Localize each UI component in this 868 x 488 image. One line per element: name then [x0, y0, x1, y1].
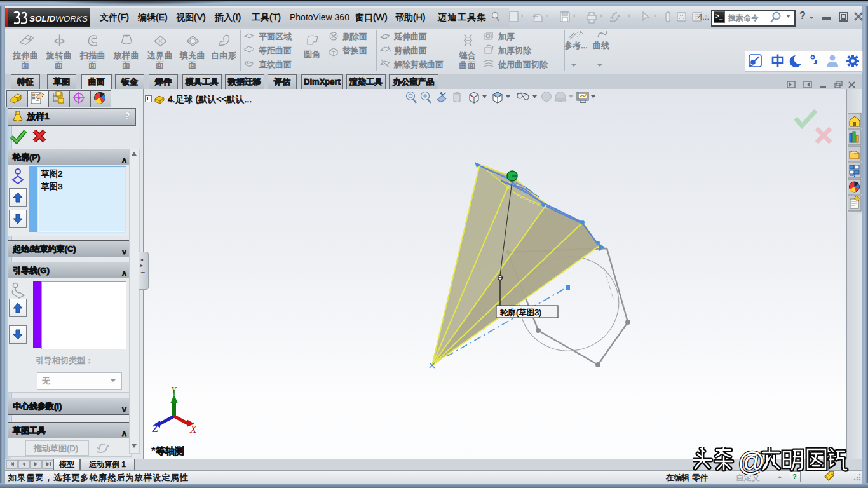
svg-text:X: X — [189, 423, 197, 435]
svg-text:Z: Z — [152, 423, 158, 435]
svg-text:SOLID: SOLID — [29, 14, 56, 24]
svg-text:@: @ — [738, 447, 765, 475]
svg-text:Y: Y — [171, 385, 177, 395]
svg-text:WORKS: WORKS — [55, 14, 88, 24]
